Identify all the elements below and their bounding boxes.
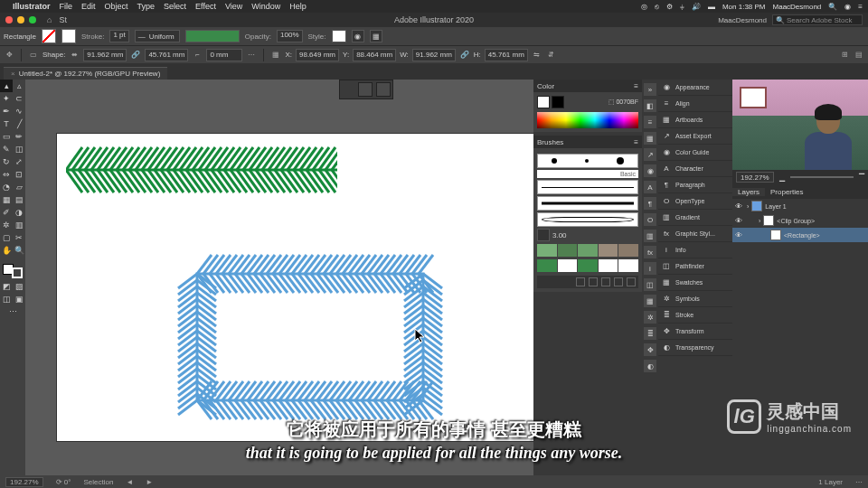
dock-icon[interactable]: ≣ (644, 327, 656, 340)
x-field[interactable]: 98.649 mm (296, 49, 339, 61)
dock-icon[interactable]: ↗ (644, 148, 656, 161)
artboard-tool[interactable]: ▢ (0, 231, 13, 244)
menu-window[interactable]: Window (251, 2, 280, 11)
panel-menu-icon[interactable]: ≡ (634, 82, 638, 90)
dock-icon[interactable]: ▦ (644, 132, 656, 145)
graphic-style[interactable] (332, 30, 346, 42)
height-field[interactable]: 45.761 mm (145, 49, 188, 61)
window-controls[interactable] (5, 16, 36, 23)
panel-toggle-icon[interactable]: ⊞ (839, 50, 850, 61)
zoom-level[interactable]: 192.27% (5, 477, 43, 487)
clock[interactable]: Mon 1:38 PM (722, 3, 766, 11)
user[interactable]: MaacDesmond (773, 3, 822, 11)
pattern-brush-row[interactable] (537, 244, 638, 257)
dock-icon[interactable]: ✥ (644, 343, 656, 356)
menu-effect[interactable]: Effect (195, 2, 216, 11)
symbol-sprayer-tool[interactable]: ✲ (0, 219, 13, 231)
nav-next-icon[interactable]: ► (146, 478, 153, 486)
menu-edit[interactable]: Edit (81, 2, 96, 11)
corner-field[interactable]: 0 mm (206, 49, 242, 61)
width-tool[interactable]: ⇔ (0, 168, 13, 181)
menu-object[interactable]: Object (105, 2, 128, 11)
blend-tool[interactable]: ◑ (13, 206, 25, 219)
menubar-icon[interactable]: ⎋ (655, 3, 659, 11)
dock-icon[interactable]: fx (644, 246, 656, 258)
link-icon[interactable]: 🔗 (130, 50, 141, 61)
align-icon[interactable]: ▦ (370, 30, 382, 42)
panel-stroke[interactable]: ≣Stroke (658, 307, 732, 324)
mesh-tool[interactable]: ▦ (0, 193, 13, 206)
close-tab-icon[interactable]: × (11, 70, 15, 78)
stroke-weight[interactable]: 1 pt (109, 30, 128, 42)
workspace-switcher[interactable]: MaacDesmond (718, 16, 767, 24)
flip-h-icon[interactable]: ⇋ (532, 50, 542, 61)
selection-tool[interactable]: ▴ (0, 80, 13, 92)
dock-icon[interactable]: ≡ (644, 116, 656, 128)
cloud-icon[interactable]: St (59, 15, 67, 24)
width-profile[interactable]: — Uniform (135, 30, 180, 42)
zoom-out-icon[interactable]: ▁ (779, 174, 785, 182)
document-tab[interactable]: × Untitled-2* @ 192.27% (RGB/GPU Preview… (4, 67, 167, 80)
zoom-in-icon[interactable]: ▔ (859, 174, 864, 182)
brush-item[interactable] (537, 196, 638, 211)
rectangle-tool[interactable]: ▭ (0, 130, 13, 143)
brush-tool[interactable]: ✏ (13, 130, 25, 143)
panel-menu-icon[interactable]: ≡ (634, 138, 638, 146)
brush-item[interactable] (537, 180, 638, 194)
pen-tool[interactable]: ✒ (0, 105, 13, 117)
shaper-tool[interactable]: ✎ (0, 143, 13, 155)
layer-row[interactable]: 👁 › Layer 1 (732, 199, 868, 213)
panel-transform[interactable]: ✥Transform (658, 324, 732, 340)
libraries-icon[interactable] (576, 277, 585, 286)
panel-swatches[interactable]: ▦Swatches (658, 275, 732, 291)
nav-zoom[interactable]: 192.27% (736, 172, 774, 183)
properties-tab[interactable]: Properties (765, 188, 808, 196)
brush-size[interactable]: 3.00 (552, 231, 638, 239)
dock-icon[interactable]: ▥ (644, 230, 656, 242)
brushes-panel-title[interactable]: Brushes (537, 138, 563, 146)
edit-toolbar[interactable]: ⋯ (0, 305, 25, 318)
width-field[interactable]: 91.962 mm (83, 49, 127, 61)
stroke-swatch[interactable] (61, 29, 76, 43)
panel-artboards[interactable]: ▦Artboards (658, 112, 732, 128)
w2-field[interactable]: 91.962 mm (412, 49, 456, 61)
transform-icon[interactable]: ✥ (4, 50, 14, 61)
menu-help[interactable]: Help (289, 2, 307, 11)
panel-color-guide[interactable]: ◉Color Guide (658, 145, 732, 161)
menu-view[interactable]: View (225, 2, 242, 11)
app-menu[interactable]: Illustrator (13, 2, 51, 11)
perspective-tool[interactable]: ▱ (13, 181, 25, 193)
type-tool[interactable]: T (0, 117, 13, 130)
zoom-slider[interactable] (790, 176, 854, 178)
visibility-icon[interactable]: 👁 (735, 217, 744, 225)
curvature-tool[interactable]: ∿ (13, 105, 25, 117)
reference-point[interactable]: ▦ (270, 50, 281, 61)
menu-select[interactable]: Select (164, 2, 186, 11)
layer-row[interactable]: 👁 <Rectangle> (732, 228, 868, 242)
dock-icon[interactable]: ◧ (644, 99, 656, 112)
color-spectrum[interactable] (537, 112, 638, 128)
brush-size-btn[interactable] (537, 229, 550, 241)
rotate-view[interactable]: ⟳ 0° (56, 478, 71, 486)
screen-mode[interactable]: ▣ (13, 293, 25, 305)
wifi-icon[interactable]: ⏚ (680, 3, 684, 11)
canvas[interactable] (25, 80, 533, 475)
flag-icon[interactable]: ▬ (708, 3, 715, 11)
color-mode[interactable]: ◩ (0, 280, 13, 293)
dock-icon[interactable]: ◉ (644, 164, 656, 177)
lasso-tool[interactable]: ⊂ (13, 92, 25, 105)
new-brush-icon[interactable] (614, 277, 623, 286)
float-btn[interactable] (376, 82, 391, 97)
panel-character[interactable]: ACharacter (658, 161, 732, 177)
blue-pattern-rectangle[interactable] (175, 251, 446, 423)
menu-file[interactable]: File (60, 2, 73, 11)
eyedropper-tool[interactable]: ✐ (0, 206, 13, 219)
float-btn[interactable] (358, 82, 373, 97)
delete-icon[interactable] (627, 277, 636, 286)
zoom-tool[interactable]: 🔍 (13, 244, 25, 257)
link-icon[interactable]: 🔗 (459, 50, 470, 61)
brush-item[interactable] (537, 154, 638, 168)
search-icon[interactable]: 🔍 (828, 3, 837, 11)
draw-mode[interactable]: ◫ (0, 293, 13, 305)
panel-pathfinder[interactable]: ◫Pathfinder (658, 258, 732, 275)
